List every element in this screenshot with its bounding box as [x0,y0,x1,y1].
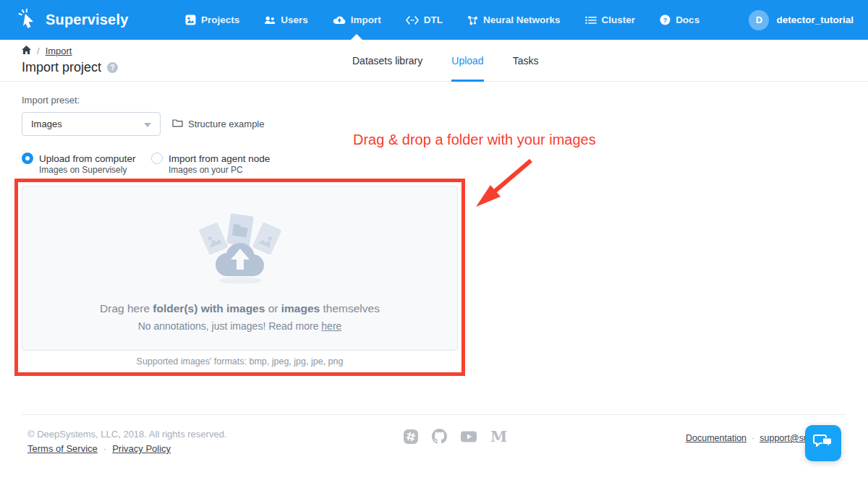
radio-label: Import from agent node [169,153,270,164]
terms-link[interactable]: Terms of Service [27,443,98,454]
nav-label: Docs [676,14,699,25]
cluster-icon [585,16,597,25]
dropzone-instruction: Drag here folder(s) with images or image… [22,302,457,315]
supervisely-cursor-icon [17,8,39,33]
dz-text: or [265,302,281,314]
supported-formats-note: Supported images' formats: bmp, jpeg, jp… [18,356,461,367]
radio-sublabel: Images on Supervisely [39,165,151,175]
dropzone-note: No annotations, just images! Read more h… [22,320,457,332]
footer-divider [22,414,846,415]
nav-label: Cluster [602,14,636,25]
upload-source-radio-group: Upload from computer Images on Supervise… [22,153,270,175]
nav-item-cluster[interactable]: Cluster [585,0,636,40]
privacy-link[interactable]: Privacy Policy [112,443,171,454]
annotation-highlight-box: Drag here folder(s) with images or image… [14,179,465,376]
radio-upload-from-computer[interactable]: Upload from computer Images on Supervise… [22,153,151,175]
structure-example-link[interactable]: Structure example [172,119,265,129]
top-navbar: Supervisely Projects [0,0,868,40]
breadcrumb: / Import [22,46,72,56]
tab-datasets-library[interactable]: Datasets library [352,40,422,82]
preset-select[interactable]: Images [22,112,161,136]
app-window: Supervisely Projects [0,0,868,488]
nav-label: Import [351,14,381,25]
chat-bubbles-icon [813,432,833,454]
tab-bar: Datasets library Upload Tasks [352,40,538,82]
radio-sublabel: Images on your PC [169,165,270,175]
nav-item-dtl[interactable]: DTL [406,0,443,40]
page-header: / Import Import project ? Datasets libra… [0,40,868,82]
page-title: Import project [22,60,101,75]
copyright-text: © DeepSystems, LLC, 2018. All rights res… [27,429,226,440]
social-links: M [404,429,507,444]
dz-note-text: No annotations, just images! Read more [138,320,322,332]
dtl-icon [406,16,419,25]
structure-example-label: Structure example [188,119,265,129]
projects-icon [185,14,196,25]
slack-icon[interactable] [404,429,418,444]
user-name: detector_tutorial [776,14,854,25]
nav-label: DTL [424,14,443,25]
nav-item-projects[interactable]: Projects [185,0,239,40]
youtube-icon[interactable] [461,431,477,442]
nav-item-neural-networks[interactable]: Neural Networks [467,0,561,40]
annotation-text: Drag & drop a folder with your images [353,132,596,148]
main-nav: Projects Users [185,0,699,40]
brand-logo[interactable]: Supervisely [17,0,129,40]
dz-text-bold: images [281,302,320,314]
medium-icon[interactable]: M [490,429,507,444]
nav-item-users[interactable]: Users [264,0,308,40]
separator-dot: · [752,433,754,443]
folder-icon [172,119,183,129]
tab-tasks[interactable]: Tasks [513,40,539,82]
annotation-arrow-icon [469,155,535,214]
nav-label: Users [281,14,308,25]
user-menu[interactable]: D detector_tutorial [749,0,854,40]
github-icon[interactable] [432,429,447,444]
preset-select-value: Images [31,119,62,129]
dz-text: themselves [320,302,380,314]
home-icon[interactable] [22,46,31,56]
import-cloud-icon [333,15,346,25]
dz-text-bold: folder(s) with images [153,302,265,314]
radio-label: Upload from computer [39,153,136,164]
tab-upload[interactable]: Upload [451,40,483,82]
neural-networks-icon [467,15,478,25]
nav-item-import[interactable]: Import [333,0,381,40]
dz-text: Drag here [100,302,153,314]
title-row: Import project ? [22,60,118,75]
docs-help-icon: ? [660,14,671,25]
support-links: Documentation · support@sup [686,433,814,443]
legal-links: Terms of Service · Privacy Policy [27,443,171,454]
read-more-link[interactable]: here [321,320,341,332]
breadcrumb-link-import[interactable]: Import [46,46,72,56]
file-dropzone[interactable]: Drag here folder(s) with images or image… [22,186,458,351]
radio-import-from-agent[interactable]: Import from agent node Images on your PC [151,153,270,175]
active-nav-caret [351,34,362,40]
title-help-icon[interactable]: ? [107,62,118,73]
chevron-down-icon [144,123,151,127]
brand-name: Supervisely [46,12,129,28]
svg-text:?: ? [663,16,668,24]
nav-label: Projects [201,14,239,25]
radio-unselected-icon[interactable] [151,153,163,164]
upload-cloud-illustration [22,204,457,288]
documentation-link[interactable]: Documentation [686,433,746,443]
separator-dot: · [103,443,106,454]
chat-widget-button[interactable] [805,425,841,461]
import-preset-label: Import preset: [22,95,80,106]
breadcrumb-separator: / [37,46,40,56]
radio-selected-icon[interactable] [22,153,33,164]
nav-item-docs[interactable]: ? Docs [660,0,699,40]
user-avatar: D [749,10,769,30]
nav-label: Neural Networks [483,14,561,25]
users-icon [264,16,276,25]
